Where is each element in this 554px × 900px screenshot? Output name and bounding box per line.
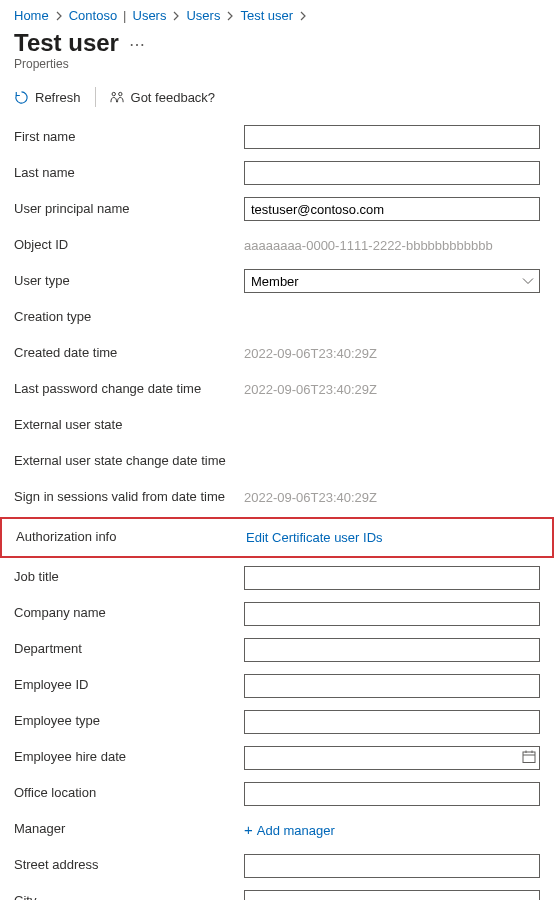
employee-type-input[interactable]	[244, 710, 540, 734]
row-employee-hire-date: Employee hire date	[0, 740, 554, 776]
row-employee-id: Employee ID	[0, 668, 554, 704]
row-ext-user-state: External user state	[0, 407, 554, 443]
edit-cert-user-ids-link[interactable]: Edit Certificate user IDs	[246, 530, 383, 545]
label-street-address: Street address	[14, 857, 244, 874]
breadcrumb: Home Contoso | Users Users Test user	[0, 0, 554, 27]
row-upn: User principal name	[0, 191, 554, 227]
plus-icon: +	[244, 821, 253, 838]
feedback-label: Got feedback?	[131, 90, 216, 105]
label-upn: User principal name	[14, 201, 244, 218]
job-title-input[interactable]	[244, 566, 540, 590]
label-office-location: Office location	[14, 785, 244, 802]
row-created: Created date time 2022-09-06T23:40:29Z	[0, 335, 554, 371]
chevron-right-icon	[172, 11, 180, 21]
label-created: Created date time	[14, 345, 244, 362]
label-last-name: Last name	[14, 165, 244, 182]
last-pw-change-value: 2022-09-06T23:40:29Z	[244, 382, 377, 397]
row-first-name: First name	[0, 119, 554, 155]
row-job-title: Job title	[0, 560, 554, 596]
breadcrumb-org[interactable]: Contoso	[69, 8, 117, 23]
row-manager: Manager +Add manager	[0, 812, 554, 848]
company-name-input[interactable]	[244, 602, 540, 626]
label-ext-user-state: External user state	[14, 417, 244, 434]
row-street-address: Street address	[0, 848, 554, 884]
label-employee-type: Employee type	[14, 713, 244, 730]
row-employee-type: Employee type	[0, 704, 554, 740]
chevron-right-icon	[299, 11, 307, 21]
toolbar-separator	[95, 87, 96, 107]
refresh-button[interactable]: Refresh	[14, 90, 81, 105]
row-authorization-info: Authorization info Edit Certificate user…	[0, 517, 554, 558]
page-title: Test user	[14, 29, 119, 57]
label-authorization-info: Authorization info	[16, 529, 246, 546]
row-office-location: Office location	[0, 776, 554, 812]
user-type-select[interactable]	[244, 269, 540, 293]
object-id-value: aaaaaaaa-0000-1111-2222-bbbbbbbbbbbb	[244, 238, 493, 253]
breadcrumb-users1[interactable]: Users	[133, 8, 167, 23]
feedback-icon	[110, 90, 125, 105]
office-location-input[interactable]	[244, 782, 540, 806]
row-signin-valid: Sign in sessions valid from date time 20…	[0, 479, 554, 515]
page-header: Test user ⋯ Properties	[0, 27, 554, 75]
label-signin-valid: Sign in sessions valid from date time	[14, 489, 244, 506]
row-company-name: Company name	[0, 596, 554, 632]
chevron-right-icon	[55, 11, 63, 21]
label-employee-id: Employee ID	[14, 677, 244, 694]
label-city: City	[14, 893, 244, 900]
feedback-button[interactable]: Got feedback?	[110, 90, 216, 105]
fields-list: First name Last name User principal name…	[0, 119, 554, 900]
employee-id-input[interactable]	[244, 674, 540, 698]
label-ext-user-state-change: External user state change date time	[14, 453, 244, 470]
label-manager: Manager	[14, 821, 244, 838]
row-ext-user-state-change: External user state change date time	[0, 443, 554, 479]
breadcrumb-current[interactable]: Test user	[240, 8, 293, 23]
more-actions-button[interactable]: ⋯	[129, 37, 145, 53]
city-input[interactable]	[244, 890, 540, 900]
row-user-type: User type	[0, 263, 554, 299]
label-company-name: Company name	[14, 605, 244, 622]
breadcrumb-pipe: |	[123, 8, 126, 23]
label-user-type: User type	[14, 273, 244, 290]
label-employee-hire-date: Employee hire date	[14, 749, 244, 766]
label-department: Department	[14, 641, 244, 658]
page-subtitle: Properties	[14, 57, 540, 71]
breadcrumb-home[interactable]: Home	[14, 8, 49, 23]
row-city: City	[0, 884, 554, 900]
breadcrumb-users2[interactable]: Users	[186, 8, 220, 23]
refresh-label: Refresh	[35, 90, 81, 105]
created-value: 2022-09-06T23:40:29Z	[244, 346, 377, 361]
row-last-name: Last name	[0, 155, 554, 191]
signin-valid-value: 2022-09-06T23:40:29Z	[244, 490, 377, 505]
row-last-pw-change: Last password change date time 2022-09-0…	[0, 371, 554, 407]
employee-hire-date-input[interactable]	[244, 746, 540, 770]
label-job-title: Job title	[14, 569, 244, 586]
chevron-right-icon	[226, 11, 234, 21]
first-name-input[interactable]	[244, 125, 540, 149]
last-name-input[interactable]	[244, 161, 540, 185]
label-object-id: Object ID	[14, 237, 244, 254]
label-last-pw-change: Last password change date time	[14, 381, 244, 398]
refresh-icon	[14, 90, 29, 105]
street-address-input[interactable]	[244, 854, 540, 878]
toolbar: Refresh Got feedback?	[0, 75, 554, 119]
add-manager-link[interactable]: +Add manager	[244, 823, 335, 838]
label-first-name: First name	[14, 129, 244, 146]
label-creation-type: Creation type	[14, 309, 244, 326]
row-object-id: Object ID aaaaaaaa-0000-1111-2222-bbbbbb…	[0, 227, 554, 263]
row-department: Department	[0, 632, 554, 668]
row-creation-type: Creation type	[0, 299, 554, 335]
department-input[interactable]	[244, 638, 540, 662]
upn-input[interactable]	[244, 197, 540, 221]
